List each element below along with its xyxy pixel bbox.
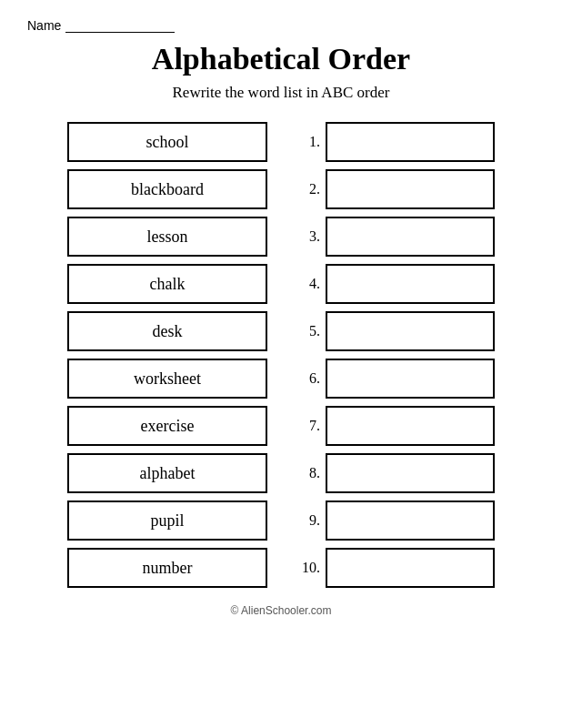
word-grid: schoolblackboardlessonchalkdeskworksheet… xyxy=(27,122,535,588)
answer-input-box[interactable] xyxy=(326,169,495,209)
answer-row: 3. xyxy=(295,217,495,257)
answer-number: 6. xyxy=(295,370,320,387)
answer-input-box[interactable] xyxy=(326,264,495,304)
answer-number: 8. xyxy=(295,465,320,481)
answer-row: 7. xyxy=(295,406,495,446)
word-box: chalk xyxy=(67,264,267,304)
name-row: Name xyxy=(27,18,535,33)
answer-input-box[interactable] xyxy=(326,500,495,541)
word-box: school xyxy=(67,122,267,162)
name-line[interactable] xyxy=(65,18,175,33)
answer-number: 5. xyxy=(295,323,320,339)
answer-row: 2. xyxy=(295,169,495,209)
answer-number: 3. xyxy=(295,228,320,245)
subtitle: Rewrite the word list in ABC order xyxy=(173,84,390,102)
answer-number: 9. xyxy=(295,512,320,529)
answer-row: 6. xyxy=(295,359,495,399)
word-box: blackboard xyxy=(67,169,267,209)
word-box: exercise xyxy=(67,406,267,446)
word-box: alphabet xyxy=(67,453,267,493)
answer-input-box[interactable] xyxy=(326,311,495,351)
answer-input-box[interactable] xyxy=(326,453,495,493)
name-label: Name xyxy=(27,18,61,33)
answer-input-box[interactable] xyxy=(326,359,495,399)
answer-row: 10. xyxy=(295,548,495,588)
answer-input-box[interactable] xyxy=(326,122,495,162)
footer: © AlienSchooler.com xyxy=(231,604,332,617)
answer-row: 9. xyxy=(295,500,495,541)
page-title: Alphabetical Order xyxy=(152,42,410,76)
word-box: worksheet xyxy=(67,359,267,399)
word-box: desk xyxy=(67,311,267,351)
answer-input-box[interactable] xyxy=(326,406,495,446)
answer-number: 10. xyxy=(295,560,320,576)
word-box: number xyxy=(67,548,267,588)
answer-input-box[interactable] xyxy=(326,217,495,257)
answer-row: 1. xyxy=(295,122,495,162)
answer-row: 8. xyxy=(295,453,495,493)
word-list-column: schoolblackboardlessonchalkdeskworksheet… xyxy=(67,122,267,588)
answer-number: 7. xyxy=(295,418,320,434)
answer-row: 5. xyxy=(295,311,495,351)
answer-input-box[interactable] xyxy=(326,548,495,588)
answer-number: 1. xyxy=(295,134,320,150)
word-box: pupil xyxy=(67,500,267,541)
answer-column: 1.2.3.4.5.6.7.8.9.10. xyxy=(295,122,495,588)
answer-row: 4. xyxy=(295,264,495,304)
answer-number: 2. xyxy=(295,181,320,197)
answer-number: 4. xyxy=(295,276,320,292)
word-box: lesson xyxy=(67,217,267,257)
